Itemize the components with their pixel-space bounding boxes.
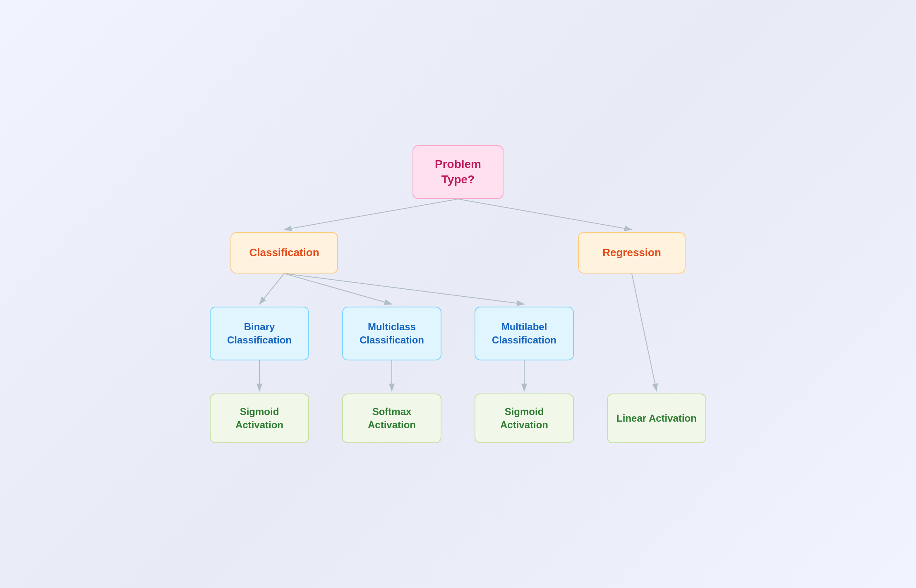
row-3: Binary Classification Multiclass Classif… [210,307,706,394]
problem-type-node: Problem Type? [412,145,504,199]
sigmoid-activation-node-1: Sigmoid Activation [210,394,309,443]
row-2: Classification Regression [230,232,686,307]
sigmoid-activation-node-2: Sigmoid Activation [475,394,574,443]
multiclass-classification-node: Multiclass Classification [342,307,441,360]
classification-node: Classification [230,232,338,274]
tree-layout: Problem Type? Classification Regression … [168,145,748,443]
multilabel-classification-node: Multilabel Classification [475,307,574,360]
binary-classification-node: Binary Classification [210,307,309,360]
regression-node: Regression [578,232,686,274]
diagram-container: Problem Type? Classification Regression … [168,145,748,443]
row-4: Sigmoid Activation Softmax Activation Si… [210,394,706,443]
softmax-activation-node: Softmax Activation [342,394,441,443]
linear-activation-node: Linear Activation [607,394,706,443]
row-1: Problem Type? [412,145,504,232]
